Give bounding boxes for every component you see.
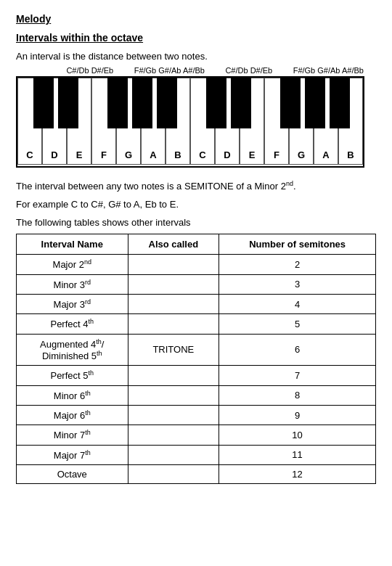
white-key-e2: E — [240, 78, 264, 165]
cell-also-called — [128, 314, 219, 334]
table-row: Major 2nd2 — [17, 255, 376, 274]
sharp-label-2: F#/Gb G#/Ab A#/Bb — [122, 66, 217, 75]
cell-interval-name: Perfect 4th — [17, 314, 128, 334]
cell-semitones: 7 — [219, 366, 376, 385]
cell-also-called — [128, 274, 219, 294]
cell-interval-name: Minor 6th — [17, 385, 128, 405]
cell-interval-name: Octave — [17, 464, 128, 483]
cell-also-called — [128, 255, 219, 274]
table-row: Perfect 4th5 — [17, 314, 376, 334]
white-key-f2: F — [264, 78, 289, 165]
white-key-f1: F — [91, 78, 116, 165]
cell-interval-name: Perfect 5th — [17, 366, 128, 385]
cell-semitones: 4 — [219, 294, 376, 313]
table-row: Augmented 4th/Diminished 5thTRITONE6 — [17, 334, 376, 366]
table-row: Major 3rd4 — [17, 294, 376, 313]
white-key-d2: D — [215, 78, 240, 165]
example-text: For example C to C#, G# to A, Eb to E. — [16, 199, 376, 210]
white-key-e1: E — [67, 78, 91, 165]
cell-also-called — [128, 294, 219, 313]
cell-also-called — [128, 405, 219, 424]
sharp-label-3: C#/Db D#/Eb — [217, 66, 281, 75]
cell-interval-name: Major 7th — [17, 445, 128, 464]
cell-semitones: 12 — [219, 464, 376, 483]
white-key-d1: D — [42, 78, 67, 165]
table-row: Major 7th11 — [17, 445, 376, 464]
cell-interval-name: Augmented 4th/Diminished 5th — [17, 334, 128, 366]
white-key-c1: C — [17, 78, 42, 165]
cell-semitones: 9 — [219, 405, 376, 424]
white-key-g2: G — [289, 78, 314, 165]
col-header-semitones: Number of semitones — [219, 234, 376, 255]
cell-semitones: 6 — [219, 334, 376, 366]
col-header-name: Interval Name — [17, 234, 128, 255]
white-key-a2: A — [314, 78, 338, 165]
cell-interval-name: Major 6th — [17, 405, 128, 424]
cell-interval-name: Minor 7th — [17, 425, 128, 445]
cell-also-called — [128, 366, 219, 385]
table-row: Minor 6th8 — [17, 385, 376, 405]
semitone-text: The interval between any two notes is a … — [16, 180, 376, 192]
cell-semitones: 8 — [219, 385, 376, 405]
sharp-label-1: C#/Db D#/Eb — [58, 66, 122, 75]
cell-semitones: 11 — [219, 445, 376, 464]
table-row: Minor 7th10 — [17, 425, 376, 445]
white-key-c2: C — [190, 78, 215, 165]
intro-text: An interval is the distance between two … — [16, 51, 376, 62]
cell-interval-name: Minor 3rd — [17, 274, 128, 294]
section-title: Intervals within the octave — [16, 32, 376, 44]
cell-also-called — [128, 425, 219, 445]
col-header-also: Also called — [128, 234, 219, 255]
cell-also-called — [128, 445, 219, 464]
table-row: Octave12 — [17, 464, 376, 483]
cell-interval-name: Major 3rd — [17, 294, 128, 313]
cell-interval-name: Major 2nd — [17, 255, 128, 274]
white-key-b1: B — [166, 78, 190, 165]
cell-semitones: 3 — [219, 274, 376, 294]
cell-also-called — [128, 464, 219, 483]
cell-semitones: 2 — [219, 255, 376, 274]
table-row: Minor 3rd3 — [17, 274, 376, 294]
white-key-g1: G — [116, 78, 141, 165]
table-intro: The following tables shows other interva… — [16, 217, 376, 228]
sharp-labels-row: C#/Db D#/Eb F#/Gb G#/Ab A#/Bb C#/Db D#/E… — [16, 66, 376, 75]
white-keys: C D E F G A B C D E F G A B — [17, 78, 363, 166]
table-row: Perfect 5th7 — [17, 366, 376, 385]
sharp-label-4: F#/Gb G#/Ab A#/Bb — [281, 66, 376, 75]
white-key-a1: A — [141, 78, 166, 165]
white-key-b2: B — [338, 78, 363, 165]
table-row: Major 6th9 — [17, 405, 376, 424]
piano-keyboard: C D E F G A B C D E F G A B — [16, 76, 364, 168]
cell-also-called: TRITONE — [128, 334, 219, 366]
cell-semitones: 10 — [219, 425, 376, 445]
page-title: Melody — [16, 13, 376, 25]
intervals-table: Interval Name Also called Number of semi… — [16, 234, 376, 484]
cell-semitones: 5 — [219, 314, 376, 334]
cell-also-called — [128, 385, 219, 405]
table-header-row: Interval Name Also called Number of semi… — [17, 234, 376, 255]
